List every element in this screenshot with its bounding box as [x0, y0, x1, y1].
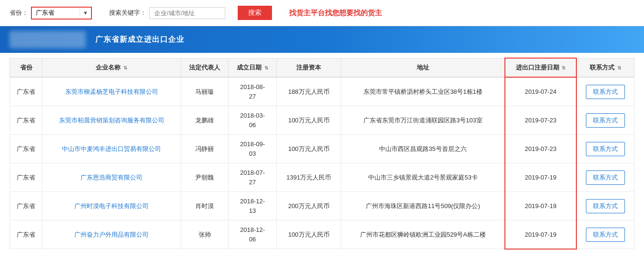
cell-company-name: 东莞市柳孟杨芝电子科技有限公司 — [42, 77, 181, 106]
company-table: 省份 企业名称 ⇅ 法定代表人 成立日期 ⇅ 注册资本 地址 进出口注册日期 ⇅… — [10, 58, 634, 250]
cell-province: 广东省 — [10, 77, 42, 106]
cell-found-date: 2018-09- 03 — [229, 135, 277, 163]
contact-button[interactable]: 联系方式 — [586, 199, 625, 213]
cell-import-export-date: 2019-07-23 — [505, 106, 576, 135]
province-dropdown-icon[interactable]: ▼ — [80, 8, 91, 18]
province-label: 省份： — [10, 9, 28, 17]
cell-found-date: 2018-08- 27 — [229, 77, 277, 106]
col-reg-capital: 注册资本 — [277, 58, 341, 77]
cell-import-export-date: 2019-07-19 — [505, 192, 576, 220]
col-found-date: 成立日期 ⇅ — [229, 58, 277, 77]
col-contact: 联系方式 ⇅ — [576, 58, 634, 77]
col-address: 地址 — [341, 58, 505, 77]
promo-text: 找货主平台找您想要找的货主 — [289, 9, 382, 18]
cell-address: 中山市西区昌观路35号首层之六 — [341, 135, 505, 163]
cell-contact: 联系方式 — [576, 163, 634, 192]
cell-legal-rep: 尹朝魏 — [181, 163, 229, 192]
cell-reg-capital: 188万元人民币 — [277, 77, 341, 106]
cell-reg-capital: 100万元人民币 — [277, 220, 341, 249]
contact-button[interactable]: 联系方式 — [586, 228, 625, 242]
cell-import-export-date: 2019-07-19 — [505, 163, 576, 192]
cell-address: 广州市花都区狮岭镇欧洲工业园529号A栋二楼 — [341, 220, 505, 249]
cell-legal-rep: 冯静丽 — [181, 135, 229, 163]
search-keyword-label: 搜索关键字： — [109, 9, 146, 17]
table-row: 广东省中山市中麦鸿丰进出口贸易有限公司冯静丽2018-09- 03100万元人民… — [10, 135, 634, 163]
province-filter-group: 省份： ▼ — [10, 7, 92, 20]
cell-company-name: 中山市中麦鸿丰进出口贸易有限公司 — [42, 135, 181, 163]
contact-button[interactable]: 联系方式 — [586, 113, 625, 128]
page-title: 广东省新成立进出口企业 — [95, 35, 184, 45]
cell-province: 广东省 — [10, 220, 42, 249]
company-link[interactable]: 东莞市柳孟杨芝电子科技有限公司 — [65, 88, 158, 95]
cell-province: 广东省 — [10, 163, 42, 192]
cell-company-name: 广东恩浩商贸有限公司 — [42, 163, 181, 192]
cell-reg-capital: 200万元人民币 — [277, 192, 341, 220]
province-input[interactable] — [32, 8, 80, 19]
page-title-bar: 广东省新成立进出口企业 — [0, 26, 644, 53]
cell-found-date: 2018-12- 06 — [229, 220, 277, 249]
table-row: 广东省东莞市柏晨营销策划咨询服务有限公司龙鹏雄2018-03- 06100万元人… — [10, 106, 634, 135]
contact-button[interactable]: 联系方式 — [586, 170, 625, 185]
cell-province: 广东省 — [10, 192, 42, 220]
sort-icon-found[interactable]: ⇅ — [264, 65, 268, 70]
cell-address: 东莞市常平镇桥沥村桥头工业区38号1栋1楼 — [341, 77, 505, 106]
cell-import-export-date: 2019-07-23 — [505, 135, 576, 163]
col-province: 省份 — [10, 58, 42, 77]
cell-reg-capital: 100万元人民币 — [277, 135, 341, 163]
cell-found-date: 2018-07- 27 — [229, 163, 277, 192]
banner-blur-area — [10, 31, 86, 48]
cell-import-export-date: 2019-07-19 — [505, 220, 576, 249]
table-row: 广东省广东恩浩商贸有限公司尹朝魏2018-07- 271391万元人民币中山市三… — [10, 163, 634, 192]
cell-company-name: 广州奋力户外用品有限公司 — [42, 220, 181, 249]
cell-found-date: 2018-12- 13 — [229, 192, 277, 220]
cell-company-name: 东莞市柏晨营销策划咨询服务有限公司 — [42, 106, 181, 135]
cell-address: 广东省东莞市万江街道涌联园区路3号103室 — [341, 106, 505, 135]
cell-reg-capital: 100万元人民币 — [277, 106, 341, 135]
cell-legal-rep: 龙鹏雄 — [181, 106, 229, 135]
cell-legal-rep: 马丽璇 — [181, 77, 229, 106]
filter-bar: 省份： ▼ 搜索关键字： 搜索 找货主平台找您想要找的货主 — [0, 0, 644, 26]
company-link[interactable]: 广州时漠电子科技有限公司 — [74, 202, 149, 210]
sort-icon-contact[interactable]: ⇅ — [617, 65, 621, 70]
cell-company-name: 广州时漠电子科技有限公司 — [42, 192, 181, 220]
cell-contact: 联系方式 — [576, 192, 634, 220]
cell-contact: 联系方式 — [576, 77, 634, 106]
cell-contact: 联系方式 — [576, 106, 634, 135]
cell-found-date: 2018-03- 06 — [229, 106, 277, 135]
table-header-row: 省份 企业名称 ⇅ 法定代表人 成立日期 ⇅ 注册资本 地址 进出口注册日期 ⇅… — [10, 58, 634, 77]
keyword-filter-group: 搜索关键字： — [100, 7, 225, 19]
table-row: 广东省广州奋力户外用品有限公司张帅2018-12- 06100万元人民币广州市花… — [10, 220, 634, 249]
search-button[interactable]: 搜索 — [238, 6, 272, 20]
cell-contact: 联系方式 — [576, 220, 634, 249]
cell-legal-rep: 肖时漠 — [181, 192, 229, 220]
col-legal-rep: 法定代表人 — [181, 58, 229, 77]
sort-icon-company[interactable]: ⇅ — [123, 65, 127, 70]
contact-button[interactable]: 联系方式 — [586, 142, 625, 156]
col-import-export-date: 进出口注册日期 ⇅ — [505, 58, 576, 77]
cell-legal-rep: 张帅 — [181, 220, 229, 249]
keyword-input[interactable] — [149, 7, 225, 19]
cell-address: 广州市海珠区新港西路11号509(仅限办公) — [341, 192, 505, 220]
cell-province: 广东省 — [10, 135, 42, 163]
table-wrapper: 省份 企业名称 ⇅ 法定代表人 成立日期 ⇅ 注册资本 地址 进出口注册日期 ⇅… — [0, 53, 644, 259]
table-row: 广东省广州时漠电子科技有限公司肖时漠2018-12- 13200万元人民币广州市… — [10, 192, 634, 220]
cell-contact: 联系方式 — [576, 135, 634, 163]
contact-button[interactable]: 联系方式 — [586, 85, 625, 99]
col-company-name: 企业名称 ⇅ — [42, 58, 181, 77]
company-link[interactable]: 中山市中麦鸿丰进出口贸易有限公司 — [62, 145, 161, 152]
company-link[interactable]: 广东恩浩商贸有限公司 — [80, 174, 142, 181]
table-row: 广东省东莞市柳孟杨芝电子科技有限公司马丽璇2018-08- 27188万元人民币… — [10, 77, 634, 106]
cell-import-export-date: 2019-07-24 — [505, 77, 576, 106]
company-link[interactable]: 东莞市柏晨营销策划咨询服务有限公司 — [59, 117, 164, 124]
cell-province: 广东省 — [10, 106, 42, 135]
province-select-wrapper[interactable]: ▼ — [31, 7, 92, 20]
cell-address: 中山市三乡镇景观大道2号景观家庭53卡 — [341, 163, 505, 192]
sort-icon-ie[interactable]: ⇅ — [562, 65, 565, 70]
cell-reg-capital: 1391万元人民币 — [277, 163, 341, 192]
company-link[interactable]: 广州奋力户外用品有限公司 — [74, 231, 149, 238]
